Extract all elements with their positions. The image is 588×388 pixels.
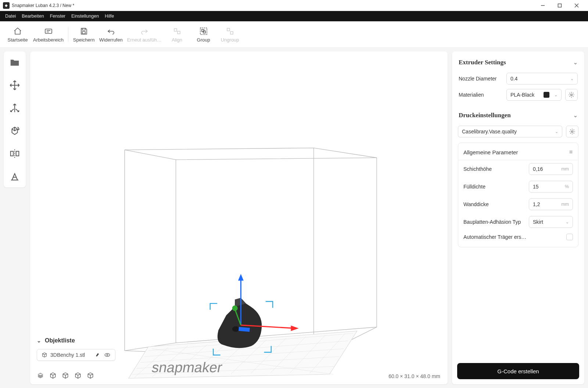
print-settings-heading[interactable]: Druckeinstellungen ⌄ xyxy=(457,109,579,123)
close-button[interactable] xyxy=(568,0,585,11)
nozzle-select[interactable]: 0.4 ⌄ xyxy=(506,73,578,85)
move-tool[interactable] xyxy=(7,78,22,93)
objectlist-item[interactable]: 3DBenchy 1.stl xyxy=(37,349,115,361)
tool-save[interactable]: Speichern xyxy=(71,25,97,43)
chevron-down-icon: ⌄ xyxy=(566,220,569,224)
viewport-3d[interactable]: snapmaker xyxy=(30,51,448,384)
window-title: Snapmaker Luban 4.2.3 / New * xyxy=(12,3,74,8)
wall-input[interactable]: 1,2 mm xyxy=(529,198,573,210)
chevron-down-icon: ⌄ xyxy=(570,76,574,81)
open-file-button[interactable] xyxy=(7,55,22,70)
wall-row: Wanddicke 1,2 mm xyxy=(458,195,578,213)
view-top-icon[interactable] xyxy=(62,372,69,379)
align-icon xyxy=(173,26,182,36)
svg-rect-1 xyxy=(558,4,562,7)
adhesion-select[interactable]: Skirt ⌄ xyxy=(529,216,573,228)
cube-icon xyxy=(42,352,47,358)
save-icon xyxy=(79,26,88,36)
svg-rect-8 xyxy=(82,32,85,34)
mirror-tool[interactable] xyxy=(7,146,22,161)
gear-icon xyxy=(569,128,576,135)
general-params-heading[interactable]: Allgemeine Parameter ≡ xyxy=(458,144,578,160)
general-params-card: Allgemeine Parameter ≡ Schichthöhe 0,16 … xyxy=(458,143,578,247)
svg-marker-40 xyxy=(291,326,298,331)
view-left-icon[interactable] xyxy=(74,372,82,379)
profile-settings-button[interactable] xyxy=(566,126,578,137)
tool-home[interactable]: Startseite xyxy=(4,25,31,43)
main-area: snapmaker xyxy=(0,48,588,388)
tool-undo[interactable]: Widerrufen xyxy=(97,25,125,43)
infill-row: Fülldichte 15 % xyxy=(458,178,578,195)
gear-icon xyxy=(568,91,575,98)
infill-unit: % xyxy=(565,184,569,189)
menu-file[interactable]: Datei xyxy=(2,11,19,21)
menu-settings[interactable]: Einstellungen xyxy=(68,11,102,21)
wall-label: Wanddicke xyxy=(463,201,529,207)
window-controls xyxy=(534,0,585,11)
svg-rect-11 xyxy=(200,28,207,35)
objectlist-heading[interactable]: ⌄ Objektliste xyxy=(37,337,75,344)
brand-logo: snapmaker xyxy=(151,360,223,376)
left-toolbar xyxy=(4,51,26,187)
objectlist-heading-label: Objektliste xyxy=(45,337,75,344)
tool-group[interactable]: Group xyxy=(190,25,217,43)
material-label: Materialien xyxy=(459,92,503,98)
layer-height-input[interactable]: 0,16 mm xyxy=(529,163,573,175)
extruder-settings-heading[interactable]: Extruder Settings ⌄ xyxy=(457,57,579,71)
svg-point-45 xyxy=(107,354,108,356)
brush-icon[interactable] xyxy=(94,352,100,358)
tool-align: Align xyxy=(164,25,190,43)
support-label: Automatischer Träger ers… xyxy=(463,234,566,240)
view-iso-icon[interactable] xyxy=(37,372,44,379)
generate-gcode-button[interactable]: G-Code erstellen xyxy=(457,363,579,379)
material-select[interactable]: PLA-Black ⌄ xyxy=(506,89,562,101)
svg-rect-16 xyxy=(11,151,14,156)
chevron-down-icon: ⌄ xyxy=(555,129,558,134)
tool-ungroup: Ungroup xyxy=(217,25,243,43)
svg-marker-38 xyxy=(238,274,244,281)
menu-edit[interactable]: Bearbeiten xyxy=(19,11,47,21)
eye-icon[interactable] xyxy=(104,352,111,358)
wall-value: 1,2 xyxy=(533,201,540,207)
view-front-icon[interactable] xyxy=(49,372,57,379)
menu-help[interactable]: Hilfe xyxy=(102,11,117,21)
profile-select[interactable]: Caselibrary.Vase.quality ⌄ xyxy=(458,126,562,137)
home-icon xyxy=(13,26,22,36)
workspace-icon xyxy=(44,26,53,36)
model-dimensions: 60.0 × 31.0 × 48.0 mm xyxy=(388,373,440,379)
svg-point-44 xyxy=(105,353,110,356)
svg-rect-9 xyxy=(174,29,177,31)
tool-save-label: Speichern xyxy=(73,37,95,43)
support-checkbox[interactable] xyxy=(566,234,573,240)
svg-rect-4 xyxy=(45,29,52,33)
tool-group-label: Group xyxy=(197,37,210,43)
profile-row: Caselibrary.Vase.quality ⌄ xyxy=(457,123,579,140)
rotate-tool[interactable] xyxy=(7,123,22,138)
infill-input[interactable]: 15 % xyxy=(529,181,573,193)
nozzle-label: Nozzle Diameter xyxy=(459,76,503,82)
svg-rect-7 xyxy=(82,28,85,30)
ungroup-icon xyxy=(226,26,234,36)
adhesion-value: Skirt xyxy=(533,219,543,225)
material-swatch xyxy=(544,92,549,98)
view-orientation-row xyxy=(37,372,94,379)
layer-height-label: Schichthöhe xyxy=(463,166,529,172)
svg-rect-15 xyxy=(230,32,233,34)
infill-label: Fülldichte xyxy=(463,184,529,190)
undo-icon xyxy=(107,26,115,36)
toolbar-separator xyxy=(68,27,68,42)
toolbar: Startseite Arbeitsbereich Speichern Wide… xyxy=(0,21,588,48)
profile-value: Caselibrary.Vase.quality xyxy=(462,129,517,134)
support-tool[interactable] xyxy=(7,169,22,184)
chevron-down-icon: ⌄ xyxy=(554,93,557,97)
maximize-button[interactable] xyxy=(551,0,568,11)
svg-point-47 xyxy=(571,131,573,133)
material-settings-button[interactable] xyxy=(565,89,578,101)
scale-tool[interactable] xyxy=(7,101,22,115)
minimize-button[interactable] xyxy=(534,0,551,11)
menu-window[interactable]: Fenster xyxy=(47,11,68,21)
view-right-icon[interactable] xyxy=(87,372,94,379)
tool-workspace[interactable]: Arbeitsbereich xyxy=(31,25,66,43)
nozzle-value: 0.4 xyxy=(510,76,517,82)
svg-point-46 xyxy=(571,94,573,96)
